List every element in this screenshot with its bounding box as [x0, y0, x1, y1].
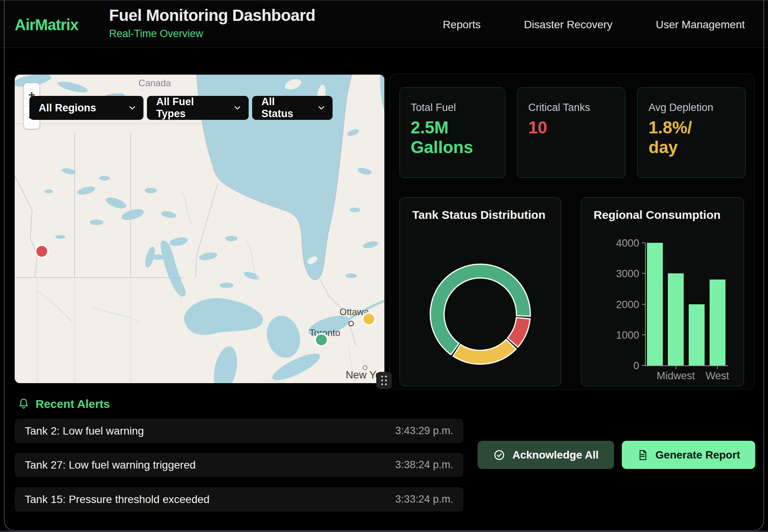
- map-resize-handle[interactable]: [376, 372, 392, 389]
- x-tick-mark: [717, 366, 718, 369]
- donut-segment-warning: [453, 339, 516, 364]
- app-header: AirMatrix Fuel Monitoring Dashboard Real…: [0, 0, 768, 48]
- app-logo: AirMatrix: [15, 16, 78, 34]
- nav-user-management[interactable]: User Management: [656, 19, 745, 31]
- acknowledge-all-label: Acknowledge All: [512, 449, 599, 461]
- nav-reports[interactable]: Reports: [443, 19, 481, 31]
- filter-status-dropdown[interactable]: All Status: [252, 96, 333, 120]
- y-tick-mark: [642, 304, 645, 305]
- check-circle-icon: [493, 449, 505, 461]
- main-nav: Reports Disaster Recovery User Managemen…: [443, 1, 745, 49]
- map-canvas[interactable]: Canada Ottawa Toronto New York: [15, 75, 384, 383]
- filter-regions-dropdown[interactable]: All Regions: [29, 96, 143, 120]
- bar-region-3: [689, 304, 705, 366]
- map-panel[interactable]: Canada Ottawa Toronto New York + − All R…: [15, 75, 384, 383]
- map-ottawa-dot: [349, 321, 353, 326]
- x-tick-mark: [676, 366, 676, 369]
- generate-report-button[interactable]: Generate Report: [622, 441, 755, 469]
- filter-fuel-types-dropdown[interactable]: All Fuel Types: [147, 96, 249, 120]
- recent-alerts-heading: Recent Alerts: [17, 397, 110, 411]
- chevron-down-icon: [129, 105, 136, 111]
- donut-chart: [400, 198, 561, 386]
- stat-label: Total Fuel: [411, 102, 456, 114]
- filter-status-label: All Status: [261, 96, 308, 120]
- y-tick-label: 2000: [604, 299, 639, 311]
- map-filter-row: All Regions All Fuel Types All Status: [29, 96, 333, 120]
- y-tick-mark: [642, 242, 645, 243]
- stat-card-critical-tanks: Critical Tanks 10: [517, 87, 625, 178]
- stat-label: Critical Tanks: [528, 102, 590, 114]
- y-tick-label: 1000: [604, 329, 639, 341]
- bar-region-1: [647, 243, 663, 365]
- alert-time: 3:38:24 p.m.: [395, 459, 453, 471]
- y-tick-mark: [642, 273, 645, 274]
- page-title: Fuel Monitoring Dashboard: [109, 6, 315, 25]
- regional-consumption-chart-card: Regional Consumption 01000200030004000Mi…: [581, 197, 744, 386]
- bell-icon: [17, 397, 30, 411]
- stat-label: Avg Depletion: [649, 102, 713, 114]
- window-bottom-strip: [0, 530, 768, 532]
- metrics-panel: Total Fuel 2.5MGallons Critical Tanks 10…: [390, 73, 755, 390]
- recent-alerts-title: Recent Alerts: [36, 397, 110, 411]
- bar-West: [710, 280, 725, 365]
- y-tick-label: 0: [604, 360, 639, 372]
- x-tick-label: West: [686, 370, 744, 382]
- alert-message: Tank 27: Low fuel warning triggered: [25, 459, 196, 471]
- acknowledge-all-button[interactable]: Acknowledge All: [478, 441, 614, 469]
- chevron-down-icon: [318, 105, 325, 111]
- alert-message: Tank 2: Low fuel warning: [25, 425, 144, 437]
- alert-row[interactable]: Tank 2: Low fuel warning 3:43:29 p.m.: [15, 419, 463, 443]
- page-subtitle: Real-Time Overview: [109, 28, 315, 40]
- y-axis-line: [645, 243, 646, 366]
- filter-regions-label: All Regions: [39, 102, 96, 114]
- grip-dots-icon: [379, 374, 389, 387]
- map-marker-normal[interactable]: [315, 334, 328, 346]
- y-tick-mark: [642, 334, 645, 335]
- stat-value: 1.8%/day: [649, 118, 692, 157]
- y-tick-label: 4000: [604, 237, 639, 249]
- generate-report-label: Generate Report: [655, 449, 740, 461]
- map-marker-warning[interactable]: [363, 313, 375, 325]
- filter-fuel-types-label: All Fuel Types: [156, 96, 224, 120]
- stat-value: 2.5MGallons: [411, 118, 473, 157]
- title-block: Fuel Monitoring Dashboard Real-Time Over…: [109, 6, 315, 40]
- stat-card-avg-depletion: Avg Depletion 1.8%/day: [637, 87, 746, 178]
- x-axis-line: [645, 365, 728, 366]
- nav-disaster-recovery[interactable]: Disaster Recovery: [524, 19, 613, 31]
- map-marker-critical[interactable]: [36, 245, 48, 257]
- alert-row[interactable]: Tank 15: Pressure threshold exceeded 3:3…: [15, 487, 463, 512]
- alert-time: 3:33:24 p.m.: [395, 493, 453, 505]
- tank-status-chart-card: Tank Status Distribution: [399, 197, 561, 386]
- alert-time: 3:43:29 p.m.: [395, 425, 453, 437]
- chevron-down-icon: [234, 105, 241, 111]
- bar-Midwest: [668, 273, 684, 365]
- donut-segment-critical: [507, 317, 530, 347]
- alert-message: Tank 15: Pressure threshold exceeded: [25, 493, 210, 506]
- report-document-icon: [637, 449, 649, 461]
- map-label-canada: Canada: [138, 78, 171, 88]
- stat-value: 10: [528, 118, 547, 138]
- alert-row[interactable]: Tank 27: Low fuel warning triggered 3:38…: [15, 453, 463, 477]
- y-tick-mark: [642, 365, 645, 366]
- stat-card-total-fuel: Total Fuel 2.5MGallons: [399, 87, 505, 178]
- y-tick-label: 3000: [604, 268, 639, 280]
- bar-chart: 01000200030004000MidwestWest: [581, 198, 744, 386]
